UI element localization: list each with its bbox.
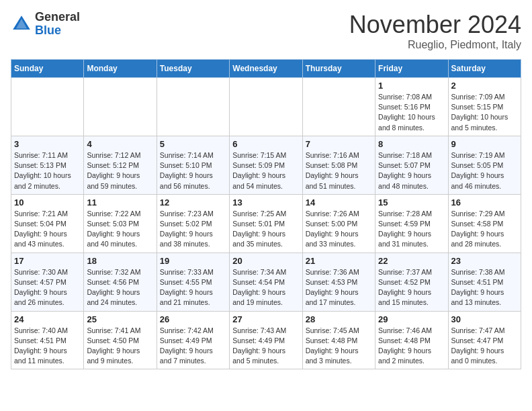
calendar-cell: 26Sunrise: 7:42 AM Sunset: 4:49 PM Dayli… xyxy=(157,311,229,369)
calendar-table: SundayMondayTuesdayWednesdayThursdayFrid… xyxy=(11,59,521,369)
day-info: Sunrise: 7:33 AM Sunset: 4:55 PM Dayligh… xyxy=(160,267,226,308)
calendar-week-row: 3Sunrise: 7:11 AM Sunset: 5:13 PM Daylig… xyxy=(11,136,521,194)
day-number: 18 xyxy=(87,256,153,266)
calendar-cell: 7Sunrise: 7:16 AM Sunset: 5:08 PM Daylig… xyxy=(302,136,375,194)
day-info: Sunrise: 7:42 AM Sunset: 4:49 PM Dayligh… xyxy=(160,326,226,367)
weekday-header-sunday: Sunday xyxy=(11,60,84,78)
day-info: Sunrise: 7:18 AM Sunset: 5:07 PM Dayligh… xyxy=(378,150,445,191)
calendar-cell: 18Sunrise: 7:32 AM Sunset: 4:56 PM Dayli… xyxy=(84,253,157,311)
day-number: 6 xyxy=(232,139,299,149)
day-info: Sunrise: 7:38 AM Sunset: 4:51 PM Dayligh… xyxy=(451,267,518,308)
logo: General Blue xyxy=(11,11,80,38)
day-info: Sunrise: 7:36 AM Sunset: 4:53 PM Dayligh… xyxy=(306,267,372,308)
calendar-cell: 12Sunrise: 7:23 AM Sunset: 5:02 PM Dayli… xyxy=(157,194,229,253)
calendar-cell xyxy=(157,78,229,136)
weekday-header-tuesday: Tuesday xyxy=(157,60,229,78)
day-number: 13 xyxy=(232,197,299,208)
calendar-cell: 24Sunrise: 7:40 AM Sunset: 4:51 PM Dayli… xyxy=(11,311,84,369)
weekday-header-friday: Friday xyxy=(375,60,448,78)
day-number: 14 xyxy=(306,197,372,208)
calendar-cell: 1Sunrise: 7:08 AM Sunset: 5:16 PM Daylig… xyxy=(375,78,448,136)
calendar-body: 1Sunrise: 7:08 AM Sunset: 5:16 PM Daylig… xyxy=(11,78,521,369)
calendar-week-row: 24Sunrise: 7:40 AM Sunset: 4:51 PM Dayli… xyxy=(11,311,521,369)
calendar-cell: 20Sunrise: 7:34 AM Sunset: 4:54 PM Dayli… xyxy=(230,253,302,311)
calendar-cell: 25Sunrise: 7:41 AM Sunset: 4:50 PM Dayli… xyxy=(84,311,157,369)
day-info: Sunrise: 7:12 AM Sunset: 5:12 PM Dayligh… xyxy=(87,150,153,191)
day-info: Sunrise: 7:46 AM Sunset: 4:48 PM Dayligh… xyxy=(378,326,445,367)
day-info: Sunrise: 7:14 AM Sunset: 5:10 PM Dayligh… xyxy=(160,150,226,191)
calendar-week-row: 1Sunrise: 7:08 AM Sunset: 5:16 PM Daylig… xyxy=(11,78,521,136)
calendar-week-row: 17Sunrise: 7:30 AM Sunset: 4:57 PM Dayli… xyxy=(11,253,521,311)
day-info: Sunrise: 7:41 AM Sunset: 4:50 PM Dayligh… xyxy=(87,326,153,367)
day-number: 1 xyxy=(378,81,445,91)
day-number: 12 xyxy=(160,197,226,208)
calendar-cell: 14Sunrise: 7:26 AM Sunset: 5:00 PM Dayli… xyxy=(302,194,375,253)
calendar-cell: 2Sunrise: 7:09 AM Sunset: 5:15 PM Daylig… xyxy=(448,78,521,136)
day-number: 10 xyxy=(14,197,81,208)
calendar-cell: 15Sunrise: 7:28 AM Sunset: 4:59 PM Dayli… xyxy=(375,194,448,253)
day-info: Sunrise: 7:08 AM Sunset: 5:16 PM Dayligh… xyxy=(378,92,445,133)
calendar-cell: 27Sunrise: 7:43 AM Sunset: 4:49 PM Dayli… xyxy=(230,311,302,369)
day-info: Sunrise: 7:16 AM Sunset: 5:08 PM Dayligh… xyxy=(306,150,372,191)
day-number: 8 xyxy=(378,139,445,149)
calendar-cell: 11Sunrise: 7:22 AM Sunset: 5:03 PM Dayli… xyxy=(84,194,157,253)
day-number: 3 xyxy=(14,139,81,149)
calendar-cell: 9Sunrise: 7:19 AM Sunset: 5:05 PM Daylig… xyxy=(448,136,521,194)
day-number: 22 xyxy=(378,256,445,266)
day-info: Sunrise: 7:26 AM Sunset: 5:00 PM Dayligh… xyxy=(306,209,372,250)
day-info: Sunrise: 7:15 AM Sunset: 5:09 PM Dayligh… xyxy=(232,150,299,191)
calendar-cell: 3Sunrise: 7:11 AM Sunset: 5:13 PM Daylig… xyxy=(11,136,84,194)
day-info: Sunrise: 7:28 AM Sunset: 4:59 PM Dayligh… xyxy=(378,209,445,250)
calendar-cell: 22Sunrise: 7:37 AM Sunset: 4:52 PM Dayli… xyxy=(375,253,448,311)
title-block: November 2024 Rueglio, Piedmont, Italy xyxy=(349,11,521,51)
day-number: 16 xyxy=(451,197,518,208)
logo-icon xyxy=(11,13,32,35)
day-info: Sunrise: 7:09 AM Sunset: 5:15 PM Dayligh… xyxy=(451,92,518,133)
day-info: Sunrise: 7:23 AM Sunset: 5:02 PM Dayligh… xyxy=(160,209,226,250)
day-info: Sunrise: 7:29 AM Sunset: 4:58 PM Dayligh… xyxy=(451,209,518,250)
month-title: November 2024 xyxy=(349,11,521,39)
calendar-cell: 5Sunrise: 7:14 AM Sunset: 5:10 PM Daylig… xyxy=(157,136,229,194)
calendar-cell xyxy=(230,78,302,136)
day-number: 25 xyxy=(87,314,153,324)
day-number: 11 xyxy=(87,197,153,208)
day-number: 4 xyxy=(87,139,153,149)
calendar-cell xyxy=(84,78,157,136)
day-info: Sunrise: 7:45 AM Sunset: 4:48 PM Dayligh… xyxy=(306,326,372,367)
calendar-week-row: 10Sunrise: 7:21 AM Sunset: 5:04 PM Dayli… xyxy=(11,194,521,253)
day-number: 20 xyxy=(232,256,299,266)
day-number: 27 xyxy=(232,314,299,324)
weekday-header-saturday: Saturday xyxy=(448,60,521,78)
day-number: 23 xyxy=(451,256,518,266)
calendar-cell: 23Sunrise: 7:38 AM Sunset: 4:51 PM Dayli… xyxy=(448,253,521,311)
calendar-cell: 4Sunrise: 7:12 AM Sunset: 5:12 PM Daylig… xyxy=(84,136,157,194)
weekday-header-wednesday: Wednesday xyxy=(230,60,302,78)
location-subtitle: Rueglio, Piedmont, Italy xyxy=(349,39,521,51)
day-number: 2 xyxy=(451,81,518,91)
day-number: 9 xyxy=(451,139,518,149)
day-info: Sunrise: 7:34 AM Sunset: 4:54 PM Dayligh… xyxy=(232,267,299,308)
day-info: Sunrise: 7:43 AM Sunset: 4:49 PM Dayligh… xyxy=(232,326,299,367)
calendar-cell xyxy=(11,78,84,136)
day-info: Sunrise: 7:19 AM Sunset: 5:05 PM Dayligh… xyxy=(451,150,518,191)
day-info: Sunrise: 7:32 AM Sunset: 4:56 PM Dayligh… xyxy=(87,267,153,308)
day-info: Sunrise: 7:21 AM Sunset: 5:04 PM Dayligh… xyxy=(14,209,81,250)
logo-text: General Blue xyxy=(35,11,80,38)
day-info: Sunrise: 7:25 AM Sunset: 5:01 PM Dayligh… xyxy=(232,209,299,250)
day-number: 24 xyxy=(14,314,81,324)
page-header: General Blue November 2024 Rueglio, Pied… xyxy=(11,11,521,51)
day-number: 19 xyxy=(160,256,226,266)
calendar-cell: 30Sunrise: 7:47 AM Sunset: 4:47 PM Dayli… xyxy=(448,311,521,369)
day-number: 30 xyxy=(451,314,518,324)
calendar-cell: 6Sunrise: 7:15 AM Sunset: 5:09 PM Daylig… xyxy=(230,136,302,194)
day-number: 28 xyxy=(306,314,372,324)
calendar-cell: 19Sunrise: 7:33 AM Sunset: 4:55 PM Dayli… xyxy=(157,253,229,311)
day-info: Sunrise: 7:37 AM Sunset: 4:52 PM Dayligh… xyxy=(378,267,445,308)
day-info: Sunrise: 7:40 AM Sunset: 4:51 PM Dayligh… xyxy=(14,326,81,367)
day-info: Sunrise: 7:47 AM Sunset: 4:47 PM Dayligh… xyxy=(451,326,518,367)
calendar-cell: 10Sunrise: 7:21 AM Sunset: 5:04 PM Dayli… xyxy=(11,194,84,253)
day-number: 17 xyxy=(14,256,81,266)
calendar-cell xyxy=(302,78,375,136)
calendar-cell: 21Sunrise: 7:36 AM Sunset: 4:53 PM Dayli… xyxy=(302,253,375,311)
calendar-cell: 8Sunrise: 7:18 AM Sunset: 5:07 PM Daylig… xyxy=(375,136,448,194)
